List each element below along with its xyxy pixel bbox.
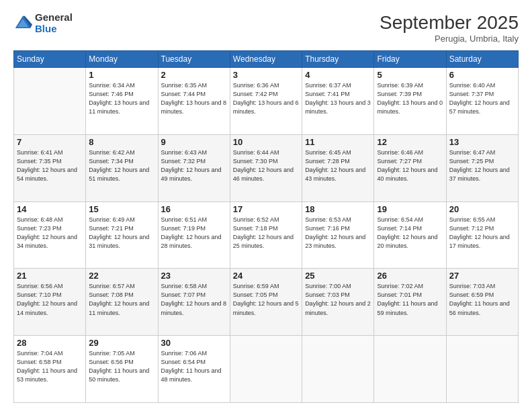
table-row: 15Sunrise: 6:49 AM Sunset: 7:21 PM Dayli… xyxy=(86,201,158,269)
day-content: Sunrise: 6:41 AM Sunset: 7:35 PM Dayligh… xyxy=(17,148,83,183)
table-row: 27Sunrise: 7:03 AM Sunset: 6:59 PM Dayli… xyxy=(446,269,518,336)
day-number: 7 xyxy=(17,137,83,147)
table-row: 7Sunrise: 6:41 AM Sunset: 7:35 PM Daylig… xyxy=(14,134,86,201)
logo-general: General xyxy=(35,12,73,24)
table-row xyxy=(230,336,302,403)
day-number: 11 xyxy=(305,137,371,147)
day-number: 20 xyxy=(449,204,515,214)
month-title: September 2025 xyxy=(380,12,519,34)
logo-text: General Blue xyxy=(35,12,73,34)
table-row: 30Sunrise: 7:06 AM Sunset: 6:54 PM Dayli… xyxy=(158,336,230,403)
day-number: 29 xyxy=(89,338,154,348)
day-number: 21 xyxy=(17,271,83,281)
day-content: Sunrise: 6:46 AM Sunset: 7:27 PM Dayligh… xyxy=(377,148,443,183)
day-content: Sunrise: 7:06 AM Sunset: 6:54 PM Dayligh… xyxy=(161,349,227,384)
table-row: 6Sunrise: 6:40 AM Sunset: 7:37 PM Daylig… xyxy=(446,68,518,135)
day-content: Sunrise: 6:52 AM Sunset: 7:18 PM Dayligh… xyxy=(233,216,299,250)
day-content: Sunrise: 6:40 AM Sunset: 7:37 PM Dayligh… xyxy=(449,81,515,116)
day-content: Sunrise: 6:49 AM Sunset: 7:21 PM Dayligh… xyxy=(89,216,154,250)
day-number: 19 xyxy=(377,204,443,214)
day-number: 13 xyxy=(449,137,515,147)
table-row xyxy=(374,336,446,403)
calendar-week-row: 28Sunrise: 7:04 AM Sunset: 6:58 PM Dayli… xyxy=(14,336,519,403)
table-row: 10Sunrise: 6:44 AM Sunset: 7:30 PM Dayli… xyxy=(230,134,302,201)
day-content: Sunrise: 6:47 AM Sunset: 7:25 PM Dayligh… xyxy=(449,148,515,183)
day-number: 17 xyxy=(233,204,299,214)
table-row: 13Sunrise: 6:47 AM Sunset: 7:25 PM Dayli… xyxy=(446,134,518,201)
table-row: 29Sunrise: 7:05 AM Sunset: 6:56 PM Dayli… xyxy=(86,336,158,403)
day-number: 25 xyxy=(305,271,371,281)
table-row: 18Sunrise: 6:53 AM Sunset: 7:16 PM Dayli… xyxy=(302,201,374,269)
day-number: 8 xyxy=(89,137,154,147)
day-content: Sunrise: 6:48 AM Sunset: 7:23 PM Dayligh… xyxy=(17,216,83,250)
calendar-table: Sunday Monday Tuesday Wednesday Thursday… xyxy=(13,50,519,403)
day-number: 12 xyxy=(377,137,443,147)
calendar-week-row: 7Sunrise: 6:41 AM Sunset: 7:35 PM Daylig… xyxy=(14,134,519,201)
calendar-week-row: 14Sunrise: 6:48 AM Sunset: 7:23 PM Dayli… xyxy=(14,201,519,269)
page: General Blue September 2025 Perugia, Umb… xyxy=(0,0,532,411)
table-row: 1Sunrise: 6:34 AM Sunset: 7:46 PM Daylig… xyxy=(86,68,158,135)
col-wednesday: Wednesday xyxy=(230,51,302,68)
day-content: Sunrise: 6:57 AM Sunset: 7:08 PM Dayligh… xyxy=(89,282,154,317)
day-content: Sunrise: 7:02 AM Sunset: 7:01 PM Dayligh… xyxy=(377,282,443,317)
day-content: Sunrise: 7:00 AM Sunset: 7:03 PM Dayligh… xyxy=(305,282,371,317)
table-row: 16Sunrise: 6:51 AM Sunset: 7:19 PM Dayli… xyxy=(158,201,230,269)
title-section: September 2025 Perugia, Umbria, Italy xyxy=(380,12,519,44)
day-content: Sunrise: 6:51 AM Sunset: 7:19 PM Dayligh… xyxy=(161,216,227,250)
table-row: 4Sunrise: 6:37 AM Sunset: 7:41 PM Daylig… xyxy=(302,68,374,135)
col-sunday: Sunday xyxy=(14,51,86,68)
day-content: Sunrise: 6:44 AM Sunset: 7:30 PM Dayligh… xyxy=(233,148,299,183)
table-row: 21Sunrise: 6:56 AM Sunset: 7:10 PM Dayli… xyxy=(14,269,86,336)
day-number: 1 xyxy=(89,70,154,80)
logo-icon xyxy=(13,14,32,33)
day-number: 10 xyxy=(233,137,299,147)
day-number: 28 xyxy=(17,338,83,348)
day-content: Sunrise: 6:45 AM Sunset: 7:28 PM Dayligh… xyxy=(305,148,371,183)
table-row: 19Sunrise: 6:54 AM Sunset: 7:14 PM Dayli… xyxy=(374,201,446,269)
table-row: 8Sunrise: 6:42 AM Sunset: 7:34 PM Daylig… xyxy=(86,134,158,201)
table-row: 14Sunrise: 6:48 AM Sunset: 7:23 PM Dayli… xyxy=(14,201,86,269)
day-content: Sunrise: 7:05 AM Sunset: 6:56 PM Dayligh… xyxy=(89,349,154,384)
day-number: 9 xyxy=(161,137,227,147)
day-content: Sunrise: 7:04 AM Sunset: 6:58 PM Dayligh… xyxy=(17,349,83,384)
day-content: Sunrise: 6:55 AM Sunset: 7:12 PM Dayligh… xyxy=(449,216,515,250)
table-row: 11Sunrise: 6:45 AM Sunset: 7:28 PM Dayli… xyxy=(302,134,374,201)
day-content: Sunrise: 6:43 AM Sunset: 7:32 PM Dayligh… xyxy=(161,148,227,183)
table-row: 24Sunrise: 6:59 AM Sunset: 7:05 PM Dayli… xyxy=(230,269,302,336)
table-row: 17Sunrise: 6:52 AM Sunset: 7:18 PM Dayli… xyxy=(230,201,302,269)
day-number: 22 xyxy=(89,271,154,281)
day-number: 14 xyxy=(17,204,83,214)
header: General Blue September 2025 Perugia, Umb… xyxy=(13,12,519,44)
day-number: 6 xyxy=(449,70,515,80)
day-number: 26 xyxy=(377,271,443,281)
day-content: Sunrise: 6:42 AM Sunset: 7:34 PM Dayligh… xyxy=(89,148,154,183)
table-row xyxy=(446,336,518,403)
day-content: Sunrise: 6:39 AM Sunset: 7:39 PM Dayligh… xyxy=(377,81,443,116)
day-number: 16 xyxy=(161,204,227,214)
day-content: Sunrise: 6:36 AM Sunset: 7:42 PM Dayligh… xyxy=(233,81,299,116)
table-row xyxy=(14,68,86,135)
day-content: Sunrise: 6:35 AM Sunset: 7:44 PM Dayligh… xyxy=(161,81,227,116)
day-content: Sunrise: 6:37 AM Sunset: 7:41 PM Dayligh… xyxy=(305,81,371,116)
calendar-week-row: 21Sunrise: 6:56 AM Sunset: 7:10 PM Dayli… xyxy=(14,269,519,336)
table-row: 25Sunrise: 7:00 AM Sunset: 7:03 PM Dayli… xyxy=(302,269,374,336)
table-row: 3Sunrise: 6:36 AM Sunset: 7:42 PM Daylig… xyxy=(230,68,302,135)
day-content: Sunrise: 6:56 AM Sunset: 7:10 PM Dayligh… xyxy=(17,282,83,317)
location-subtitle: Perugia, Umbria, Italy xyxy=(380,34,519,44)
day-number: 3 xyxy=(233,70,299,80)
col-friday: Friday xyxy=(374,51,446,68)
col-thursday: Thursday xyxy=(302,51,374,68)
day-content: Sunrise: 6:34 AM Sunset: 7:46 PM Dayligh… xyxy=(89,81,154,116)
table-row: 2Sunrise: 6:35 AM Sunset: 7:44 PM Daylig… xyxy=(158,68,230,135)
table-row: 20Sunrise: 6:55 AM Sunset: 7:12 PM Dayli… xyxy=(446,201,518,269)
col-monday: Monday xyxy=(86,51,158,68)
day-number: 18 xyxy=(305,204,371,214)
day-content: Sunrise: 6:59 AM Sunset: 7:05 PM Dayligh… xyxy=(233,282,299,317)
calendar-header-row: Sunday Monday Tuesday Wednesday Thursday… xyxy=(14,51,519,68)
table-row: 9Sunrise: 6:43 AM Sunset: 7:32 PM Daylig… xyxy=(158,134,230,201)
day-number: 2 xyxy=(161,70,227,80)
day-content: Sunrise: 6:53 AM Sunset: 7:16 PM Dayligh… xyxy=(305,216,371,250)
table-row xyxy=(302,336,374,403)
day-number: 24 xyxy=(233,271,299,281)
logo-blue: Blue xyxy=(35,24,73,35)
